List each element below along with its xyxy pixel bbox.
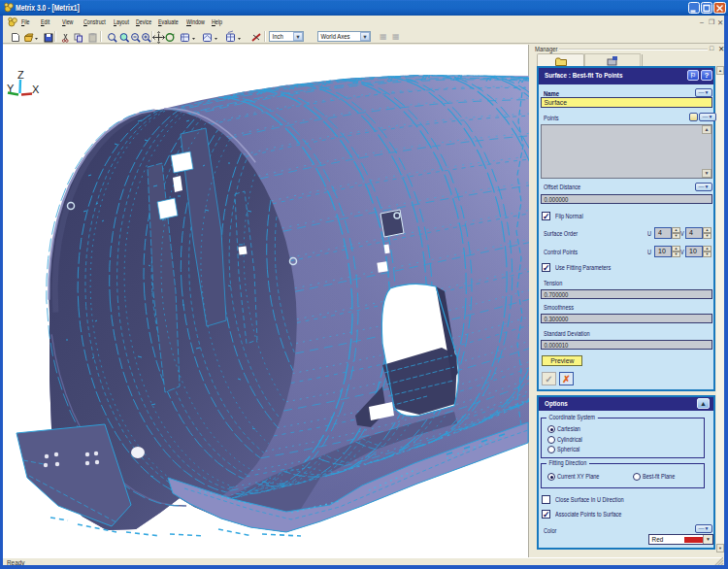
svg-text:X: X: [32, 84, 40, 95]
svg-text:Z: Z: [17, 69, 24, 81]
